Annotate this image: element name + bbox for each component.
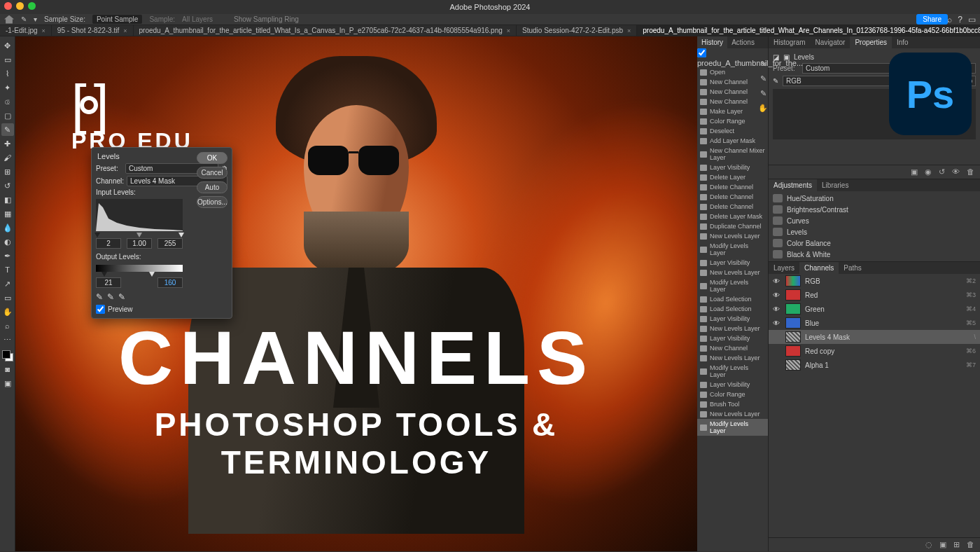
tab-libraries[interactable]: Libraries <box>817 179 853 191</box>
history-state[interactable]: Delete Channel <box>697 192 768 202</box>
preview-checkbox[interactable] <box>96 305 105 314</box>
type-tool-icon[interactable]: T <box>1 263 14 276</box>
shape-tool-icon[interactable]: ▭ <box>1 291 14 304</box>
cancel-button[interactable]: Cancel <box>197 167 227 179</box>
trash-icon[interactable]: 🗑 <box>967 167 974 177</box>
history-state[interactable]: New Levels Layer <box>697 324 768 333</box>
hand-tool-icon[interactable]: ✋ <box>1 305 14 318</box>
save-selection-icon[interactable]: ▣ <box>939 540 946 549</box>
sample-size-dropdown[interactable]: Point Sample <box>92 15 142 24</box>
channel-row[interactable]: Alpha 1⌘7 <box>769 358 980 372</box>
history-state[interactable]: Load Selection <box>697 304 768 314</box>
channel-row[interactable]: 👁Green⌘4 <box>769 302 980 316</box>
quickmask-icon[interactable]: ◙ <box>1 363 14 375</box>
history-state[interactable]: Load Selection <box>697 294 768 304</box>
tab-properties[interactable]: Properties <box>850 36 892 48</box>
tab-navigator[interactable]: Navigator <box>811 36 850 48</box>
close-window-icon[interactable] <box>4 2 12 10</box>
help-icon[interactable]: ? <box>958 15 962 25</box>
pen-tool-icon[interactable]: ✒ <box>1 249 14 262</box>
healing-tool-icon[interactable]: ✚ <box>1 137 14 150</box>
history-state[interactable]: New Levels Layer <box>697 268 768 277</box>
history-state[interactable]: Layer Visibility <box>697 163 768 172</box>
eyedropper-tool-icon[interactable]: ✎ <box>1 123 14 136</box>
black-eyedropper-icon[interactable]: ✎ <box>760 60 766 69</box>
channel-row[interactable]: 👁Blue⌘5 <box>769 316 980 330</box>
output-slider[interactable] <box>96 272 183 277</box>
output-black-field[interactable] <box>96 277 121 288</box>
input-gamma-field[interactable] <box>127 238 152 249</box>
path-tool-icon[interactable]: ↗ <box>1 277 14 290</box>
history-state[interactable]: Brush Tool <box>697 399 768 409</box>
blur-tool-icon[interactable]: 💧 <box>1 221 14 234</box>
gradient-tool-icon[interactable]: ▦ <box>1 207 14 220</box>
auto-button[interactable]: Auto <box>197 181 227 193</box>
marquee-tool-icon[interactable]: ▭ <box>1 53 14 66</box>
window-controls[interactable] <box>4 2 36 10</box>
history-state[interactable]: Layer Visibility <box>697 333 768 343</box>
delete-channel-icon[interactable]: 🗑 <box>967 540 974 549</box>
history-state[interactable]: Duplicate Channel <box>697 221 768 231</box>
document-tab[interactable]: proedu_A_thumbnail_for_the_article_title… <box>637 25 980 36</box>
new-channel-icon[interactable]: ⊞ <box>953 540 960 549</box>
tab-history[interactable]: History <box>697 36 727 48</box>
history-brush-tool-icon[interactable]: ↺ <box>1 179 14 192</box>
tool-preset-dropdown-icon[interactable]: ▾ <box>34 15 37 23</box>
options-button[interactable]: Options... <box>197 196 227 208</box>
workspace-icon[interactable]: ▭ <box>968 15 976 25</box>
stamp-tool-icon[interactable]: ⊞ <box>1 165 14 178</box>
dodge-tool-icon[interactable]: ◐ <box>1 235 14 248</box>
gray-point-eyedropper-icon[interactable]: ✎ <box>107 292 114 302</box>
channel-row[interactable]: 👁RGB⌘2 <box>769 274 980 288</box>
adjustment-preset[interactable]: Black & White <box>769 249 980 260</box>
tab-adjustments[interactable]: Adjustments <box>769 179 817 191</box>
color-swatches[interactable] <box>2 350 13 361</box>
output-white-field[interactable] <box>158 277 183 288</box>
show-sampling-ring-checkbox[interactable]: Show Sampling Ring <box>234 15 299 23</box>
channel-row[interactable]: Red copy⌘6 <box>769 344 980 358</box>
view-previous-icon[interactable]: ◉ <box>925 167 932 177</box>
load-selection-icon[interactable]: ◌ <box>925 540 932 549</box>
history-state[interactable]: Delete Channel <box>697 202 768 212</box>
toggle-visibility-icon[interactable]: 👁 <box>952 167 960 177</box>
input-black-field[interactable] <box>96 238 121 249</box>
adjustment-preset[interactable]: Hue/Saturation <box>769 193 980 204</box>
channel-row[interactable]: Levels 4 Mask\ <box>769 330 980 344</box>
history-state[interactable]: Delete Layer <box>697 172 768 182</box>
tab-info[interactable]: Info <box>892 36 913 48</box>
close-tab-icon[interactable]: × <box>42 27 46 34</box>
history-state[interactable]: Modify Levels Layer <box>697 419 768 436</box>
minimize-window-icon[interactable] <box>16 2 24 10</box>
zoom-tool-icon[interactable]: ⌕ <box>1 319 14 332</box>
white-eyedropper-icon[interactable]: ✎ <box>760 89 766 98</box>
lasso-tool-icon[interactable]: ⌇ <box>1 67 14 80</box>
history-state[interactable]: New Levels Layer <box>697 231 768 241</box>
move-tool-icon[interactable]: ✥ <box>1 39 14 52</box>
tab-channels[interactable]: Channels <box>799 262 839 274</box>
history-state[interactable]: Color Range <box>697 389 768 399</box>
visibility-icon[interactable]: 👁 <box>773 277 781 285</box>
history-state[interactable]: Add Layer Mask <box>697 136 768 146</box>
eraser-tool-icon[interactable]: ◧ <box>1 193 14 206</box>
tab-actions[interactable]: Actions <box>727 36 759 48</box>
history-state[interactable]: Layer Visibility <box>697 380 768 389</box>
input-white-field[interactable] <box>158 238 183 249</box>
maximize-window-icon[interactable] <box>28 2 36 10</box>
canvas[interactable]: [] PRO EDU CHANNELS PHOTOSHOP TOOLS & TE… <box>15 36 697 551</box>
visibility-icon[interactable]: 👁 <box>773 305 781 313</box>
history-state[interactable]: Modify Levels Layer <box>697 277 768 294</box>
history-state[interactable]: Layer Visibility <box>697 258 768 268</box>
share-button[interactable]: Share <box>916 14 948 25</box>
gray-eyedropper-icon[interactable]: ✎ <box>760 74 766 83</box>
search-icon[interactable]: ⌕ <box>947 15 952 25</box>
document-tab[interactable]: 95 - Shot 2-822-3.tif× <box>52 25 134 36</box>
eyedropper-icon[interactable]: ✎ <box>21 15 27 23</box>
screenmode-icon[interactable]: ▣ <box>1 377 14 389</box>
channel-eyedropper-icon[interactable]: ✎ <box>773 77 778 85</box>
history-state[interactable]: Color Range <box>697 116 768 126</box>
hand-eyedropper-icon[interactable]: ✋ <box>758 104 768 113</box>
history-state[interactable]: Modify Levels Layer <box>697 241 768 258</box>
tab-histogram[interactable]: Histogram <box>769 36 811 48</box>
clip-icon[interactable]: ▣ <box>911 167 918 177</box>
history-state[interactable]: New Levels Layer <box>697 353 768 363</box>
